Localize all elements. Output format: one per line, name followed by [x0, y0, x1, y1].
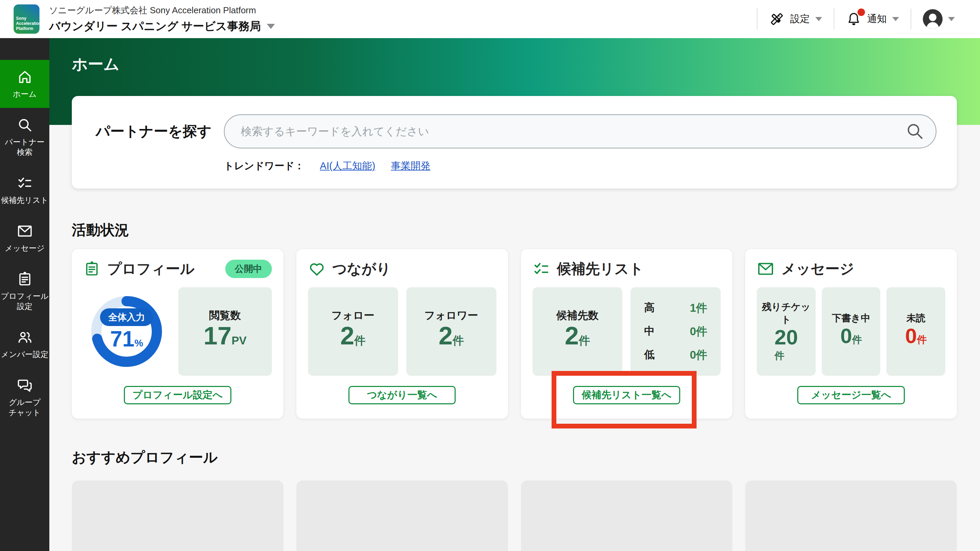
sidebar-item-profile-settings[interactable]: プロフィール 設定 [0, 262, 49, 320]
activity-section-heading: 活動状況 [72, 221, 980, 240]
trend-link-ai[interactable]: AI(人工知能) [320, 159, 375, 173]
follow-stat-panel: フォロー 2件 [308, 287, 398, 376]
priority-row-high: 高1件 [644, 301, 707, 316]
chevron-down-icon [815, 17, 822, 21]
account-menu[interactable] [911, 9, 966, 29]
settings-label: 設定 [790, 12, 810, 26]
checklist-icon [17, 175, 33, 191]
sidebar-item-label: 候補先リスト [1, 195, 49, 205]
sidebar-item-home[interactable]: ホーム [0, 60, 49, 108]
sidebar-item-member-settings[interactable]: メンバー設定 [0, 320, 49, 368]
search-card-heading: パートナーを探す [95, 122, 224, 141]
org-selector[interactable]: バウンダリー スパニング サービス事務局 [49, 19, 275, 34]
profile-completion-donut: 全体入力 71% [83, 287, 170, 376]
checklist-icon [533, 260, 550, 278]
company-name: ソニーグループ株式会社 Sony Acceleration Platform [49, 5, 275, 16]
page-title: ホーム [72, 38, 980, 75]
recommended-profile-placeholder[interactable] [521, 481, 733, 551]
sidebar-item-label: メッセージ [5, 243, 45, 253]
tools-icon [769, 11, 785, 27]
chevron-down-icon [948, 17, 955, 21]
top-bar-actions: 設定 通知 [757, 0, 966, 38]
go-to-messages-list-button[interactable]: メッセージ一覧へ [797, 386, 905, 404]
priority-breakdown-panel: 高1件 中0件 低0件 [630, 287, 721, 376]
logo-line: Platform [16, 26, 37, 31]
search-submit-button[interactable] [904, 121, 925, 142]
sidebar-item-group-chat[interactable]: グループ チャット [0, 368, 49, 427]
clipboard-icon [83, 260, 100, 277]
views-count: 17 [204, 322, 231, 350]
settings-menu[interactable]: 設定 [757, 11, 834, 27]
sony-acceleration-platform-logo: Sony Acceleration Platform [14, 5, 40, 34]
card-title: プロフィール [107, 260, 195, 279]
sidebar-item-label: グループ チャット [8, 397, 40, 417]
remaining-tickets-count: 20 [775, 325, 798, 349]
card-title: 候補先リスト [557, 260, 644, 279]
clipboard-icon [17, 271, 33, 287]
completion-percent: 71 [110, 327, 134, 351]
people-icon [17, 329, 33, 346]
card-title: メッセージ [781, 260, 854, 279]
connections-card: つながり フォロー 2件 フォロワー 2件 つながり一覧へ [296, 249, 508, 419]
drafts-panel: 下書き中 0件 [822, 287, 881, 376]
follower-count: 2 [439, 322, 453, 350]
logo-line: Acceleration [16, 21, 37, 26]
org-name: バウンダリー スパニング サービス事務局 [49, 19, 261, 34]
candidate-count: 2 [565, 322, 579, 350]
follow-count: 2 [340, 322, 354, 350]
unread-panel: 未読 0件 [886, 287, 945, 376]
sidebar-item-label: メンバー設定 [1, 349, 49, 359]
recommended-profiles [72, 481, 957, 551]
sidebar-item-partner-search[interactable]: パートナー 検索 [0, 108, 49, 166]
messages-card: メッセージ 残りチケット 20件 下書き中 0件 未読 0件 [745, 249, 957, 419]
recommended-profile-placeholder[interactable] [296, 481, 508, 551]
unread-count: 0 [905, 324, 917, 347]
chevron-down-icon [267, 24, 275, 29]
recommended-profile-placeholder[interactable] [72, 481, 283, 551]
top-bar: Sony Acceleration Platform ソニーグループ株式会社 S… [0, 0, 980, 38]
sidebar-item-candidate-list[interactable]: 候補先リスト [0, 166, 49, 214]
trend-link-business-dev[interactable]: 事業開発 [391, 159, 430, 173]
logo-line: Sony [16, 16, 37, 21]
sidebar-item-messages[interactable]: メッセージ [0, 214, 49, 262]
home-icon [17, 69, 33, 85]
notification-badge-dot [858, 8, 865, 16]
go-to-connections-list-button[interactable]: つながり一覧へ [348, 386, 456, 404]
search-icon [17, 117, 33, 133]
views-stat-panel: 閲覧数 17PV [178, 287, 272, 376]
public-status-badge: 公開中 [225, 260, 272, 278]
chevron-down-icon [892, 17, 899, 21]
chat-bubbles-icon [17, 377, 33, 393]
activity-cards: プロフィール 公開中 全体入力 71% [72, 249, 957, 419]
main-content: ホーム パートナーを探す トレンドワード： AI(人工知能) 事業開発 [49, 38, 980, 551]
avatar [923, 9, 943, 29]
sidebar-item-label: パートナー 検索 [5, 137, 45, 157]
recommended-section-heading: おすすめプロフィール [72, 448, 980, 467]
search-icon [905, 121, 924, 140]
priority-row-medium: 中0件 [644, 324, 707, 339]
candidate-list-card: 候補先リスト 候補先数 2件 高1件 中0件 低0件 候補先リスト一覧へ [521, 249, 733, 419]
follower-stat-panel: フォロワー 2件 [406, 287, 496, 376]
header-titles: ソニーグループ株式会社 Sony Acceleration Platform バ… [49, 5, 275, 34]
priority-row-low: 低0件 [644, 347, 707, 363]
drafts-count: 0 [840, 324, 852, 347]
notifications-menu[interactable]: 通知 [834, 11, 911, 27]
candidate-count-panel: 候補先数 2件 [533, 287, 623, 376]
go-to-candidate-list-button[interactable]: 候補先リスト一覧へ [573, 386, 681, 404]
donut-label-pill: 全体入力 [100, 308, 153, 326]
partner-search-card: パートナーを探す トレンドワード： AI(人工知能) 事業開発 [72, 96, 957, 188]
envelope-icon [17, 223, 33, 239]
go-to-profile-settings-button[interactable]: プロフィール設定へ [124, 386, 231, 404]
remaining-tickets-panel: 残りチケット 20件 [757, 287, 816, 376]
trend-words-label: トレンドワード： [224, 159, 304, 173]
profile-card: プロフィール 公開中 全体入力 71% [72, 249, 283, 419]
sidebar-nav: ホーム パートナー 検索 候補先リスト メッセージ プロフィール 設定 メンバー… [0, 38, 49, 551]
recommended-profile-placeholder[interactable] [745, 481, 957, 551]
keyword-search-input[interactable] [224, 115, 937, 148]
card-title: つながり [332, 260, 391, 279]
notifications-label: 通知 [867, 12, 887, 26]
heart-icon [308, 260, 326, 278]
views-label: 閲覧数 [209, 309, 241, 322]
sidebar-item-label: ホーム [13, 89, 37, 99]
sidebar-item-label: プロフィール 設定 [1, 291, 49, 311]
